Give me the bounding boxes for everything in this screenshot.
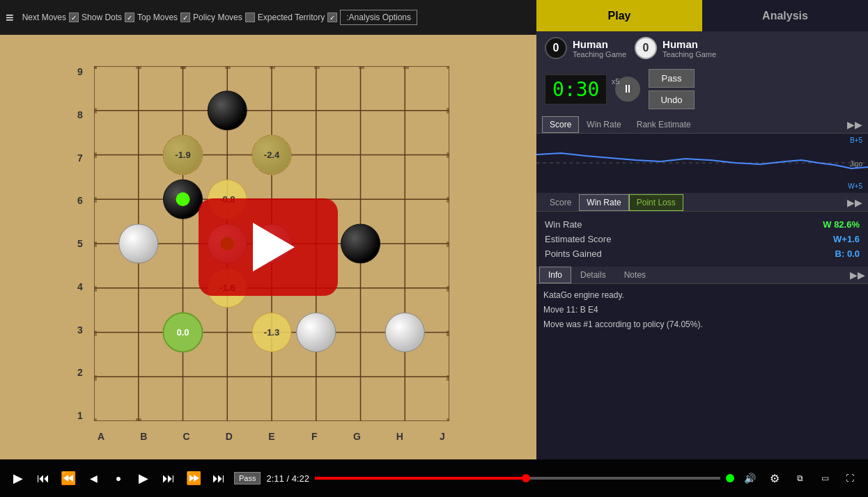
expected-territory-toggle[interactable]: Expected Territory <box>258 13 338 22</box>
svg-rect-50 <box>359 66 364 69</box>
stats-area: Win Rate W 82.6% Estimated Score W+1.6 P… <box>536 212 868 267</box>
info-line-3: Move was #1 according to policy (74.05%)… <box>543 319 861 331</box>
video-step-back-button[interactable]: ◀ <box>84 468 103 488</box>
white-player-info: Human Teaching Game <box>662 38 716 58</box>
svg-rect-63 <box>447 108 449 113</box>
analysis-options-button[interactable]: :Analysis Options <box>340 10 417 25</box>
row-labels: 9 8 7 6 5 4 3 2 1 <box>73 66 87 421</box>
next-moves-checkbox[interactable] <box>69 13 79 22</box>
svg-rect-60 <box>94 286 97 292</box>
top-moves-label: Top Moves <box>137 13 178 22</box>
svg-rect-67 <box>447 286 449 292</box>
svg-text:-1.3: -1.3 <box>264 327 279 338</box>
time-separator: / <box>286 473 291 484</box>
analysis-mode-button[interactable]: Analysis <box>702 0 868 31</box>
progress-dot <box>522 474 530 482</box>
video-rewind-button[interactable]: ⏪ <box>59 468 78 488</box>
winrate-tab-pointloss[interactable]: Point Loss <box>629 194 683 211</box>
svg-rect-57 <box>94 152 97 158</box>
info-tab-notes[interactable]: Notes <box>615 267 655 283</box>
video-skip-last-button[interactable]: ⏭ <box>209 468 228 488</box>
winrate-tab-score[interactable]: Score <box>542 194 579 211</box>
stat-row-winrate: Win Rate W 82.6% <box>545 217 860 232</box>
top-moves-checkbox[interactable] <box>180 13 190 22</box>
estimated-score-label: Estimated Score <box>545 234 611 244</box>
policy-moves-toggle[interactable]: Policy Moves <box>193 13 255 22</box>
svg-point-25 <box>119 224 158 263</box>
svg-rect-62 <box>94 375 97 381</box>
fullscreen-button[interactable]: ⛶ <box>840 468 860 488</box>
score-tabs-forward[interactable]: ▶▶ <box>847 116 862 133</box>
show-dots-toggle[interactable]: Show Dots <box>82 13 134 22</box>
info-tab-details[interactable]: Details <box>571 267 615 283</box>
svg-rect-59 <box>94 242 97 247</box>
policy-moves-checkbox[interactable] <box>245 13 255 22</box>
mode-toggle: Play Analysis <box>536 0 868 31</box>
next-moves-toggle[interactable]: Next Moves <box>22 13 79 22</box>
winrate-tab-winrate[interactable]: Win Rate <box>579 194 628 211</box>
menu-icon[interactable]: ≡ <box>6 10 14 26</box>
undo-button[interactable]: Undo <box>649 90 694 109</box>
winrate-tabs: Score Win Rate Point Loss ▶▶ <box>536 194 868 212</box>
score-tab-rank[interactable]: Rank Estimate <box>629 116 699 133</box>
winrate-tabs-forward[interactable]: ▶▶ <box>847 194 862 211</box>
svg-rect-56 <box>94 108 97 113</box>
show-dots-label: Show Dots <box>82 13 122 22</box>
video-skip-end-button[interactable]: ⏭ <box>159 468 178 488</box>
svg-rect-45 <box>136 66 141 69</box>
svg-point-28 <box>297 313 336 352</box>
players-row: 0 Human Teaching Game 0 Human Teaching G… <box>536 31 868 65</box>
right-panel: Play Analysis 0 Human Teaching Game 0 Hu… <box>536 0 868 459</box>
score-chart-area: B+5 Jigo W+5 <box>536 134 868 193</box>
win-rate-label: Win Rate <box>545 219 582 230</box>
svg-rect-65 <box>447 197 449 203</box>
svg-rect-46 <box>180 66 186 69</box>
pause-icon: ⏸ <box>622 83 633 95</box>
info-tab-info[interactable]: Info <box>539 267 571 283</box>
video-skip-start-button[interactable]: ⏮ <box>33 468 53 488</box>
pass-badge: Pass <box>234 472 261 484</box>
show-dots-checkbox[interactable] <box>125 13 134 22</box>
expected-territory-checkbox[interactable] <box>327 13 337 22</box>
info-tabs-forward[interactable]: ▶▶ <box>850 267 865 283</box>
svg-point-23 <box>341 224 380 263</box>
col-labels: A B C D E F G H J <box>94 431 449 442</box>
white-player-name: Human <box>662 38 716 50</box>
theater-button[interactable]: ▭ <box>815 468 835 488</box>
svg-text:-1.9: -1.9 <box>175 150 190 160</box>
svg-rect-54 <box>136 418 141 421</box>
play-button-overlay[interactable] <box>199 198 338 296</box>
svg-point-24 <box>208 91 247 130</box>
svg-rect-51 <box>403 66 409 69</box>
expected-territory-label: Expected Territory <box>258 13 325 22</box>
play-triangle-icon <box>253 223 295 271</box>
video-step-forward-button[interactable]: ● <box>109 468 128 488</box>
video-play-button[interactable]: ▶ <box>8 468 28 488</box>
video-fastforward-button[interactable]: ▶ <box>134 468 153 488</box>
score-tab-winrate[interactable]: Win Rate <box>579 116 628 133</box>
svg-point-29 <box>385 313 424 352</box>
timer-display: 0:30 <box>545 74 607 104</box>
svg-rect-55 <box>447 418 449 421</box>
next-moves-label: Next Moves <box>22 13 66 22</box>
pip-button[interactable]: ⧉ <box>790 468 809 488</box>
volume-button[interactable]: 🔊 <box>740 468 759 488</box>
svg-rect-66 <box>447 242 449 247</box>
play-mode-button[interactable]: Play <box>536 0 702 31</box>
svg-rect-58 <box>94 197 97 203</box>
top-moves-toggle[interactable]: Top Moves <box>137 13 190 22</box>
white-stone: 0 <box>635 37 657 59</box>
svg-rect-53 <box>94 418 97 421</box>
svg-rect-49 <box>314 66 320 69</box>
video-ff2-button[interactable]: ⏩ <box>184 468 203 488</box>
svg-point-30 <box>176 192 190 206</box>
policy-moves-label: Policy Moves <box>193 13 242 22</box>
settings-button[interactable]: ⚙ <box>765 468 784 488</box>
toolbar: ≡ Next Moves Show Dots Top Moves Policy … <box>0 0 536 35</box>
pass-button[interactable]: Pass <box>649 69 694 88</box>
info-line-1: KataGo engine ready. <box>543 290 861 301</box>
timer-xs-label: x5 <box>612 77 620 86</box>
score-tab-score[interactable]: Score <box>542 116 579 133</box>
video-progress-bar[interactable] <box>315 477 720 480</box>
white-player-subtitle: Teaching Game <box>662 50 716 58</box>
